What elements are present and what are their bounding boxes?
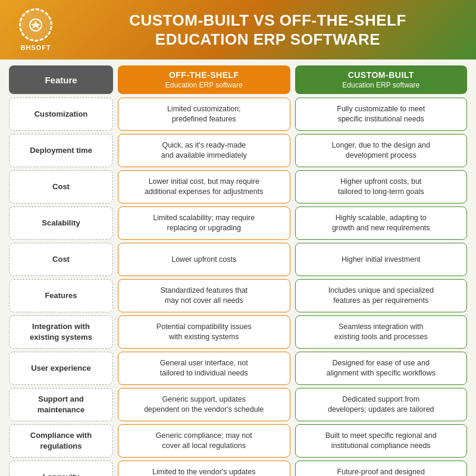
custom-built-cell: Future-proof and designed for evolving n… [295,461,468,476]
feature-cell: User experience [9,352,113,385]
custom-built-cell: Fully customizable to meet specific inst… [295,98,468,131]
feature-cell: Compliance with regulations [9,424,113,458]
logo-area: BHSOFT [12,8,60,51]
custom-built-cell: Built to meet specific regional and inst… [295,424,468,458]
table-row: LongevityLimited to the vendor's updates… [9,461,467,476]
table-row: Support and maintenanceGeneric support, … [9,388,467,421]
custom-built-cell: Seamless integration with existing tools… [295,315,468,349]
off-shelf-main-label: OFF-THE-SHELF [169,70,239,80]
page-header: BHSOFT CUSTOM-BUILT VS OFF-THE-SHELF EDU… [0,0,476,60]
feature-cell: Features [9,279,113,312]
custom-built-cell: Higher initial investment [295,243,468,276]
logo-icon [27,16,45,34]
feature-col-label: Feature [45,75,77,85]
custom-built-cell: Designed for ease of use and alignment w… [295,352,468,385]
page-title: CUSTOM-BUILT VS OFF-THE-SHELF EDUCATION … [71,11,464,49]
title-line2: EDUCATION ERP SOFTWARE [155,30,380,48]
svg-marker-1 [31,21,40,29]
off-shelf-cell: Limited customization; predefined featur… [118,98,290,131]
off-shelf-cell: General user interface, not tailored to … [118,352,290,385]
off-shelf-cell: Limited to the vendor's updates and supp… [118,461,290,476]
feature-cell: Customization [9,98,113,131]
table-row: User experienceGeneral user interface, n… [9,352,467,385]
table-row: CostLower initial cost, but may require … [9,170,467,203]
custom-built-cell: Longer, due to the design and developmen… [295,134,468,167]
off-shelf-cell: Quick, as it's ready-made and available … [118,134,290,167]
comparison-table: Feature OFF-THE-SHELF Education ERP soft… [0,60,476,476]
col-header-feature: Feature [9,65,113,94]
custom-built-cell: Includes unique and specialized features… [295,279,468,312]
custom-built-cell: Dedicated support from developers; updat… [295,388,468,421]
off-shelf-cell: Generic compliance; may not cover all lo… [118,424,290,458]
off-shelf-sub-label: Education ERP software [165,81,243,89]
off-shelf-cell: Lower initial cost, but may require addi… [118,170,290,203]
col-header-off-shelf: OFF-THE-SHELF Education ERP software [118,65,290,94]
column-headers: Feature OFF-THE-SHELF Education ERP soft… [9,65,467,94]
feature-cell: Cost [9,243,113,276]
table-row: CostLower upfront costsHigher initial in… [9,243,467,276]
table-row: FeaturesStandardized features that may n… [9,279,467,312]
custom-built-cell: Highly scalable, adapting to growth and … [295,206,468,240]
table-row: ScalabilityLimited scalability; may requ… [9,206,467,240]
table-row: Integration with existing systemsPotenti… [9,315,467,349]
custom-built-cell: Higher upfront costs, but tailored to lo… [295,170,468,203]
data-rows: CustomizationLimited customization; pred… [9,98,467,476]
custom-built-main-label: CUSTOM-BUILT [348,70,414,80]
custom-built-sub-label: Education ERP software [342,81,419,89]
table-row: Deployment timeQuick, as it's ready-made… [9,134,467,167]
table-row: CustomizationLimited customization; pred… [9,98,467,131]
feature-cell: Deployment time [9,134,113,167]
title-line1: CUSTOM-BUILT VS OFF-THE-SHELF [129,11,406,29]
logo-text: BHSOFT [20,44,51,51]
off-shelf-cell: Lower upfront costs [118,243,290,276]
off-shelf-cell: Generic support, updates dependent on th… [118,388,290,421]
logo-circle [19,8,52,42]
off-shelf-cell: Potential compatibility issues with exis… [118,315,290,349]
feature-cell: Cost [9,170,113,203]
table-row: Compliance with regulationsGeneric compl… [9,424,467,458]
feature-cell: Support and maintenance [9,388,113,421]
off-shelf-cell: Standardized features that may not cover… [118,279,290,312]
feature-cell: Longevity [9,461,113,476]
feature-cell: Integration with existing systems [9,315,113,349]
off-shelf-cell: Limited scalability; may require replaci… [118,206,290,240]
col-header-custom-built: CUSTOM-BUILT Education ERP software [295,65,468,94]
feature-cell: Scalability [9,206,113,240]
